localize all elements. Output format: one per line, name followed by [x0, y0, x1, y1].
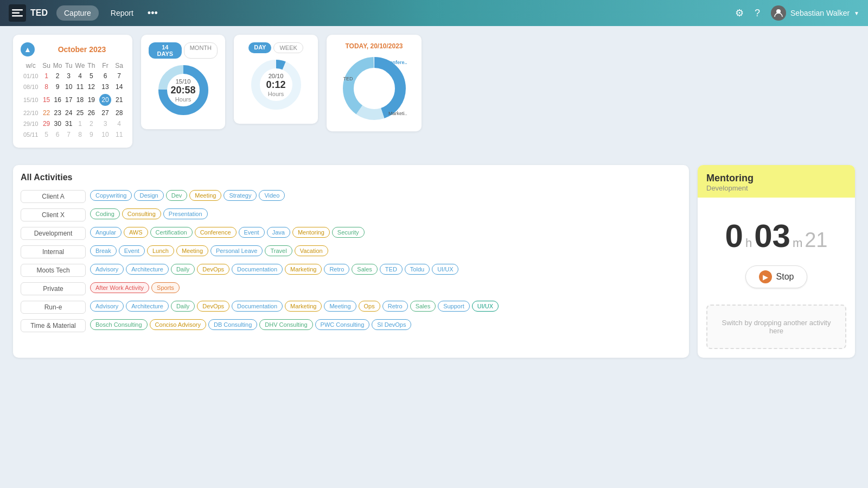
- tag-4-10[interactable]: UI/UX: [432, 264, 458, 275]
- cal-day-5-5[interactable]: 10: [97, 129, 114, 140]
- week-tab[interactable]: WEEK: [273, 42, 303, 53]
- cal-day-0-5[interactable]: 6: [97, 71, 114, 81]
- client-label-7[interactable]: Time & Material: [21, 319, 86, 332]
- tag-2-3[interactable]: Conference: [195, 227, 237, 238]
- tag-6-7[interactable]: Ops: [359, 301, 380, 312]
- tag-2-5[interactable]: Java: [267, 227, 290, 238]
- tag-3-1[interactable]: Event: [119, 245, 145, 256]
- drop-zone[interactable]: Switch by dropping another activity here: [706, 305, 846, 349]
- tag-1-2[interactable]: Presentation: [163, 208, 208, 219]
- tag-7-2[interactable]: DB Consulting: [208, 319, 257, 330]
- user-menu[interactable]: Sebastian Walker ▼: [771, 5, 859, 21]
- cal-day-3-6[interactable]: 28: [113, 107, 125, 118]
- tag-3-0[interactable]: Break: [90, 245, 117, 256]
- cal-day-2-6[interactable]: 21: [113, 92, 125, 107]
- tag-3-5[interactable]: Travel: [265, 245, 292, 256]
- tag-4-0[interactable]: Advisory: [90, 264, 124, 275]
- cal-day-4-0[interactable]: 29: [41, 118, 52, 129]
- client-label-6[interactable]: Run-e: [21, 301, 86, 314]
- tag-5-0[interactable]: After Work Activity: [90, 282, 149, 293]
- tag-0-1[interactable]: Design: [134, 190, 163, 201]
- client-label-1[interactable]: Client X: [21, 208, 86, 221]
- nav-tab-report[interactable]: Report: [103, 5, 141, 21]
- cal-day-1-5[interactable]: 13: [97, 81, 114, 92]
- tag-0-0[interactable]: Copywriting: [90, 190, 132, 201]
- tag-6-5[interactable]: Marketing: [285, 301, 322, 312]
- cal-day-1-0[interactable]: 8: [41, 81, 52, 92]
- cal-day-3-0[interactable]: 22: [41, 107, 52, 118]
- tag-2-7[interactable]: Security: [332, 227, 365, 238]
- tag-2-4[interactable]: Event: [239, 227, 265, 238]
- client-label-0[interactable]: Client A: [21, 190, 86, 203]
- cal-day-4-1[interactable]: 30: [52, 118, 63, 129]
- cal-day-1-6[interactable]: 14: [113, 81, 125, 92]
- cal-day-5-0[interactable]: 5: [41, 129, 52, 140]
- cal-day-3-1[interactable]: 23: [52, 107, 63, 118]
- tag-4-3[interactable]: DevOps: [197, 264, 229, 275]
- client-label-4[interactable]: Moots Tech: [21, 264, 86, 277]
- cal-day-3-5[interactable]: 27: [97, 107, 114, 118]
- cal-day-2-1[interactable]: 16: [52, 92, 63, 107]
- cal-day-3-2[interactable]: 24: [63, 107, 74, 118]
- tag-7-5[interactable]: SI DevOps: [372, 319, 411, 330]
- month-tab[interactable]: MONTH: [184, 42, 218, 59]
- tag-0-3[interactable]: Meeting: [189, 190, 221, 201]
- tag-2-6[interactable]: Mentoring: [292, 227, 330, 238]
- cal-day-1-1[interactable]: 9: [52, 81, 63, 92]
- cal-day-0-1[interactable]: 2: [52, 71, 63, 81]
- cal-day-0-3[interactable]: 4: [74, 71, 86, 81]
- cal-day-1-4[interactable]: 12: [86, 81, 97, 92]
- cal-day-5-6[interactable]: 11: [113, 129, 125, 140]
- tag-6-11[interactable]: UI/UX: [472, 301, 499, 312]
- cal-day-1-3[interactable]: 11: [74, 81, 86, 92]
- tag-0-2[interactable]: Dev: [166, 190, 188, 201]
- help-icon[interactable]: ?: [755, 8, 760, 19]
- tag-6-10[interactable]: Support: [438, 301, 470, 312]
- tag-0-5[interactable]: Video: [259, 190, 285, 201]
- cal-day-2-2[interactable]: 17: [63, 92, 74, 107]
- tag-4-7[interactable]: Sales: [352, 264, 378, 275]
- tag-3-2[interactable]: Lunch: [147, 245, 174, 256]
- day-tab[interactable]: DAY: [248, 42, 271, 53]
- tag-6-3[interactable]: DevOps: [197, 301, 229, 312]
- cal-day-3-4[interactable]: 26: [86, 107, 97, 118]
- nav-more-button[interactable]: •••: [148, 8, 158, 19]
- tag-7-1[interactable]: Conciso Advisory: [150, 319, 206, 330]
- tag-1-1[interactable]: Consulting: [122, 208, 161, 219]
- cal-day-0-0[interactable]: 1: [41, 71, 52, 81]
- cal-day-2-5[interactable]: 20: [97, 92, 114, 107]
- tag-6-9[interactable]: Sales: [410, 301, 436, 312]
- cal-day-4-2[interactable]: 31: [63, 118, 74, 129]
- tag-1-0[interactable]: Coding: [90, 208, 120, 219]
- nav-tab-capture[interactable]: Capture: [56, 5, 99, 21]
- stop-button[interactable]: ▶ Stop: [745, 265, 808, 288]
- tag-2-0[interactable]: Angular: [90, 227, 122, 238]
- tag-6-8[interactable]: Retro: [382, 301, 408, 312]
- tag-6-4[interactable]: Documentation: [232, 301, 283, 312]
- cal-day-0-4[interactable]: 5: [86, 71, 97, 81]
- tag-4-1[interactable]: Architecture: [126, 264, 169, 275]
- tag-6-2[interactable]: Daily: [171, 301, 195, 312]
- tag-7-3[interactable]: DHV Consulting: [259, 319, 312, 330]
- tag-7-0[interactable]: Bosch Consulting: [90, 319, 148, 330]
- tag-7-4[interactable]: PWC Consulting: [315, 319, 370, 330]
- cal-day-0-2[interactable]: 3: [63, 71, 74, 81]
- client-label-5[interactable]: Private: [21, 282, 86, 295]
- tag-4-8[interactable]: TED: [380, 264, 403, 275]
- tag-5-1[interactable]: Sports: [151, 282, 180, 293]
- tag-2-1[interactable]: AWS: [124, 227, 148, 238]
- tag-4-6[interactable]: Retro: [324, 264, 349, 275]
- cal-day-4-4[interactable]: 2: [86, 118, 97, 129]
- cal-day-5-1[interactable]: 6: [52, 129, 63, 140]
- cal-day-3-3[interactable]: 25: [74, 107, 86, 118]
- settings-icon[interactable]: ⚙: [735, 7, 744, 19]
- tag-0-4[interactable]: Strategy: [224, 190, 257, 201]
- tag-3-4[interactable]: Personal Leave: [210, 245, 263, 256]
- tag-6-1[interactable]: Architecture: [126, 301, 169, 312]
- cal-day-4-6[interactable]: 4: [113, 118, 125, 129]
- 14days-tab[interactable]: 14 DAYS: [149, 42, 182, 59]
- cal-day-2-4[interactable]: 19: [86, 92, 97, 107]
- client-label-3[interactable]: Internal: [21, 245, 86, 258]
- cal-day-2-3[interactable]: 18: [74, 92, 86, 107]
- cal-day-1-2[interactable]: 10: [63, 81, 74, 92]
